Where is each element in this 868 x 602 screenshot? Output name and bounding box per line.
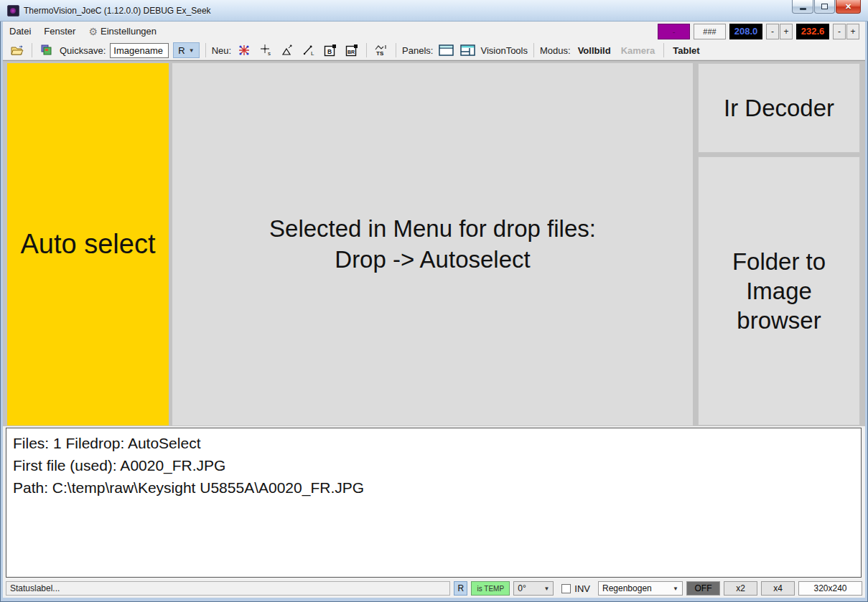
panel-split-button[interactable] [459, 42, 476, 58]
new-box-button[interactable]: B [322, 42, 339, 58]
svg-text:BR: BR [347, 50, 355, 55]
ir-decoder-panel[interactable]: Ir Decoder [698, 63, 860, 153]
window-content: Datei Fenster ⚙ Einstellungen - ### 208.… [3, 22, 865, 598]
new-point-button[interactable] [235, 42, 253, 58]
folder-image-browser-panel[interactable]: Folder to Image browser [698, 156, 860, 425]
drop-files-line1: Selected in Menu for drop files: [269, 214, 596, 245]
close-icon: ✕ [845, 2, 851, 11]
line-l-icon: L [302, 44, 315, 57]
mode-tablet[interactable]: Tablet [670, 43, 702, 58]
panels-label: Panels: [402, 45, 433, 56]
toolbar-separator [32, 43, 32, 57]
max-temp-plus-button[interactable]: + [846, 24, 859, 39]
r-toggle-button[interactable]: R [454, 581, 467, 596]
maximize-icon [821, 4, 828, 9]
window-title: ThermoVision_JoeC (1.12.0.0) DEBUG Ex_Se… [24, 6, 211, 16]
box-br-icon: BR [345, 44, 358, 57]
app-icon [7, 5, 19, 17]
chevron-down-icon: ▼ [543, 585, 549, 592]
triangle-icon [281, 44, 294, 57]
info-line-firstfile: First file (used): A0020_FR.JPG [13, 454, 854, 476]
mode-vollbild[interactable]: Vollbild [575, 43, 614, 58]
auto-select-panel[interactable]: Auto select [7, 63, 169, 425]
menu-datei[interactable]: Datei [3, 23, 37, 39]
neu-label: Neu: [212, 45, 231, 56]
svg-text:L: L [311, 50, 314, 57]
new-spot-button[interactable]: s [257, 42, 274, 58]
minimize-icon [800, 8, 806, 10]
palette-color-swatch[interactable]: - [658, 24, 690, 39]
svg-text:B: B [327, 48, 332, 55]
close-button[interactable]: ✕ [836, 0, 861, 14]
main-area: Auto select Selected in Menu for drop fi… [3, 60, 865, 426]
toolbar-separator [663, 43, 664, 57]
inv-checkbox-group[interactable]: INV [561, 583, 590, 594]
drop-files-panel[interactable]: Selected in Menu for drop files: Drop ->… [172, 63, 693, 425]
ts-profile-icon: TS [374, 44, 388, 57]
open-folder-icon [11, 45, 24, 56]
zoom-x2-button[interactable]: x2 [724, 581, 757, 596]
file-info-box: Files: 1 Filedrop: AutoSelect First file… [6, 428, 862, 578]
modus-label: Modus: [540, 45, 571, 56]
min-temp-plus-button[interactable]: + [780, 24, 793, 39]
panel-split-icon [460, 44, 475, 56]
svg-text:TS: TS [376, 50, 384, 57]
new-triangle-button[interactable] [279, 42, 296, 58]
quicksave-icon [41, 44, 52, 56]
format-button[interactable]: ### [694, 24, 726, 39]
open-file-button[interactable] [9, 42, 26, 58]
point-star-icon [238, 44, 251, 57]
min-temp-minus-button[interactable]: - [766, 24, 779, 39]
is-temp-button[interactable]: is TEMP [471, 581, 510, 596]
drop-files-line2: Drop -> Autoselect [335, 245, 530, 276]
info-line-path: Path: C:\temp\raw\Keysight U5855A\A0020_… [13, 476, 854, 499]
status-bar: Statuslabel... R is TEMP 0° ▼ INV Regenb… [3, 579, 865, 598]
toolbar-separator [205, 43, 206, 57]
minimize-button[interactable] [792, 0, 813, 14]
maximize-button[interactable] [814, 0, 835, 14]
titlebar: ThermoVision_JoeC (1.12.0.0) DEBUG Ex_Se… [0, 0, 868, 22]
gear-icon: ⚙ [88, 27, 98, 37]
svg-text:s: s [268, 50, 271, 57]
temperature-controls: - ### 208.0 - + 232.6 - + [658, 23, 859, 39]
status-label-field: Statuslabel... [6, 581, 450, 596]
menu-fenster[interactable]: Fenster [37, 23, 82, 39]
chevron-down-icon: ▼ [673, 585, 678, 592]
info-line-files: Files: 1 Filedrop: AutoSelect [13, 432, 854, 454]
palette-dropdown[interactable]: Regenbogen ▼ [598, 581, 683, 596]
inv-checkbox[interactable] [561, 584, 571, 593]
app-window: ThermoVision_JoeC (1.12.0.0) DEBUG Ex_Se… [0, 0, 868, 602]
new-box-br-button[interactable]: BR [343, 42, 360, 58]
toolbar-separator [396, 43, 396, 57]
quicksave-button[interactable] [38, 42, 55, 58]
inv-label: INV [574, 583, 590, 594]
menu-einstellungen[interactable]: ⚙ Einstellungen [82, 23, 163, 39]
r-dropdown[interactable]: R ▼ [173, 42, 199, 58]
zoom-off-button[interactable]: OFF [686, 581, 720, 596]
chevron-down-icon: ▼ [189, 47, 195, 54]
toolbar-separator [533, 43, 534, 57]
imagename-input[interactable] [110, 43, 169, 58]
toolbar-separator [366, 43, 367, 57]
panel-window-icon [439, 44, 454, 56]
quicksave-label: Quicksave: [60, 45, 106, 56]
max-temp-minus-button[interactable]: - [833, 24, 846, 39]
rotation-dropdown[interactable]: 0° ▼ [513, 581, 554, 596]
mode-kamera: Kamera [618, 43, 658, 58]
resolution-label: 320x240 [798, 581, 862, 596]
new-ts-profile-button[interactable]: TS [373, 42, 390, 58]
min-temp-display: 208.0 [729, 24, 762, 39]
zoom-x4-button[interactable]: x4 [761, 581, 795, 596]
box-b-icon: B [324, 44, 337, 57]
toolbar: Quicksave: R ▼ Neu: s [3, 41, 865, 60]
max-temp-display: 232.6 [796, 24, 829, 39]
menu-bar: Datei Fenster ⚙ Einstellungen - ### 208.… [3, 22, 865, 41]
new-line-button[interactable]: L [300, 42, 317, 58]
panel-window-button[interactable] [437, 42, 454, 58]
spot-s-icon: s [259, 44, 272, 57]
visiontools-button[interactable]: VisionTools [480, 45, 528, 56]
